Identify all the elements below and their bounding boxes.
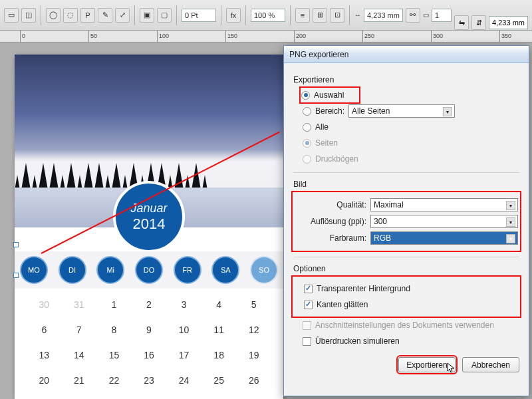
selection-handle[interactable] — [13, 273, 19, 278]
calendar-cell: 25 — [201, 375, 237, 386]
colorspace-combo[interactable]: RGB ▾ — [370, 231, 518, 245]
colorspace-value: RGB — [374, 233, 391, 243]
tool-dashed-icon[interactable]: ◌ — [63, 8, 78, 23]
stroke-weight-field[interactable]: 0 Pt — [182, 9, 216, 22]
cancel-button[interactable]: Abbrechen — [462, 357, 519, 372]
selection-handle[interactable] — [13, 242, 19, 247]
radio-row-auswahl[interactable]: Auswahl — [301, 88, 358, 102]
quality-combo[interactable]: Maximal ▾ — [370, 198, 518, 211]
stroke-swatch-icon[interactable]: ▢ — [157, 8, 172, 23]
radio-bereich[interactable] — [303, 107, 311, 116]
calendar-cell: 15 — [96, 350, 132, 360]
weekday-dot: Mi — [96, 256, 124, 284]
tool-rect-icon[interactable]: ◫ — [21, 8, 36, 23]
calendar-cell: 30 — [27, 299, 62, 310]
calendar-cell: 24 — [166, 375, 201, 386]
h-field[interactable]: 4,233 mm — [489, 16, 528, 29]
weekday-dot: SA — [211, 256, 239, 284]
flip-h-icon[interactable]: ⇋ — [454, 15, 469, 30]
checkbox-kanten[interactable] — [304, 301, 313, 309]
link-dims-icon[interactable]: ⚯ — [406, 8, 420, 23]
export-button[interactable]: Exportieren — [398, 357, 456, 372]
chevron-down-icon[interactable]: ▾ — [506, 234, 515, 243]
calendar-cell: 1 — [96, 299, 132, 310]
radio-row-druck: Druckbögen — [303, 152, 519, 166]
calendar-cell: 7 — [62, 325, 97, 335]
calendar-cell: 14 — [62, 350, 97, 360]
bereich-combo[interactable]: Alle Seiten ▾ — [348, 104, 455, 118]
radio-row-seiten: Seiten — [303, 136, 519, 150]
weekday-dot: DI — [59, 256, 86, 284]
document-stage: Januar 2014 MODIMiDOFRSASO 3031123456789… — [0, 43, 532, 399]
weekday-dot: DO — [135, 256, 163, 284]
tool-ellipse-icon[interactable]: ◯ — [46, 8, 61, 23]
tool-path-icon[interactable]: ✎ — [98, 8, 112, 23]
month-label: Januar — [130, 201, 167, 215]
calendar-cell: 13 — [27, 350, 62, 360]
crop-icon[interactable]: ⊡ — [330, 8, 344, 23]
resolution-value: 300 — [374, 217, 387, 226]
checkbox-row-anschnitt: Anschnitteinstellungen des Dokuments ver… — [303, 319, 519, 332]
fill-swatch-icon[interactable]: ▣ — [140, 8, 154, 23]
x-field[interactable]: 4,233 mm — [364, 9, 403, 22]
bereich-value: Alle Seiten — [352, 106, 390, 116]
export-button-label: Exportieren — [406, 360, 447, 370]
cancel-button-label: Abbrechen — [471, 360, 510, 370]
checkbox-anschnitt — [303, 321, 311, 330]
ruler-tick: 0 — [20, 31, 21, 43]
align-icon[interactable]: ≡ — [295, 8, 310, 23]
dialog-title: PNG exportieren — [289, 50, 348, 59]
ruler-tick: 350 — [499, 31, 500, 43]
year-label: 2014 — [133, 215, 166, 233]
ruler-tick: 200 — [294, 31, 295, 43]
radio-seiten — [303, 139, 311, 148]
x-value: 4,233 mm — [367, 11, 400, 19]
tool-pointer-icon[interactable]: ▭ — [4, 8, 19, 23]
resolution-combo[interactable]: 300 ▾ — [370, 215, 518, 228]
cursor-icon — [447, 362, 456, 374]
checkbox-kanten-label: Kanten glätten — [317, 300, 368, 309]
checkbox-row-ueberdrucken[interactable]: Überdrucken simulieren — [303, 334, 519, 348]
radio-row-alle[interactable]: Alle — [303, 120, 519, 134]
app-toolbar: ▭ ◫ ◯ ◌ P ✎ ⤢ ▣ ▢ 0 Pt fx 100 % ≡ ⊞ ⊡ ↔ … — [0, 0, 532, 31]
tool-type-icon[interactable]: P — [80, 8, 95, 23]
calendar-cell: 23 — [132, 375, 167, 386]
section-optionen-label: Optionen — [293, 264, 519, 273]
w-field[interactable]: 1 — [432, 9, 452, 22]
flip-v-icon[interactable]: ⇵ — [471, 15, 486, 30]
radio-druck-label: Druckbögen — [315, 154, 358, 164]
calendar-cell: 2 — [132, 299, 167, 310]
checkbox-anschnitt-label: Anschnitteinstellungen des Dokuments ver… — [315, 321, 494, 330]
colorspace-row: Farbraum: RGB ▾ — [300, 231, 518, 245]
chevron-down-icon[interactable]: ▾ — [443, 107, 452, 116]
radio-auswahl[interactable] — [301, 91, 310, 100]
w-label: ▭ — [423, 11, 429, 19]
distribute-icon[interactable]: ⊞ — [313, 8, 327, 23]
calendar-cell: 21 — [62, 375, 97, 386]
radio-druck — [303, 155, 311, 164]
resolution-label: Auflösung (ppi): — [300, 217, 366, 226]
radio-row-bereich[interactable]: Bereich: Alle Seiten ▾ — [303, 104, 519, 118]
month-badge: Januar 2014 — [113, 181, 185, 253]
calendar-page[interactable]: Januar 2014 MODIMiDOFRSASO 3031123456789… — [15, 55, 283, 399]
checkbox-transparent[interactable] — [304, 285, 313, 293]
calendar-cell: 3 — [166, 299, 201, 310]
checkbox-row-transparent[interactable]: Transparenter Hintergrund — [304, 282, 518, 295]
fx-icon[interactable]: fx — [226, 8, 241, 23]
chevron-down-icon[interactable]: ▾ — [506, 217, 515, 227]
checkbox-row-kanten[interactable]: Kanten glätten — [304, 298, 518, 311]
dialog-titlebar[interactable]: PNG exportieren — [284, 46, 529, 63]
tool-scale-icon[interactable]: ⤢ — [115, 8, 130, 23]
zoom-field[interactable]: 100 % — [251, 9, 285, 22]
calendar-cell: 22 — [96, 375, 132, 386]
radio-alle-label: Alle — [315, 122, 329, 132]
radio-alle[interactable] — [303, 123, 311, 132]
stroke-weight-value: 0 Pt — [185, 11, 198, 19]
ruler-tick: 250 — [362, 31, 363, 43]
checkbox-ueberdrucken[interactable] — [303, 337, 311, 346]
radio-seiten-label: Seiten — [315, 138, 338, 148]
png-export-dialog: PNG exportieren Exportieren Auswahl Bere… — [283, 45, 529, 396]
quality-value: Maximal — [374, 200, 404, 209]
chevron-down-icon[interactable]: ▾ — [506, 201, 515, 210]
calendar-cell: 11 — [201, 325, 237, 335]
